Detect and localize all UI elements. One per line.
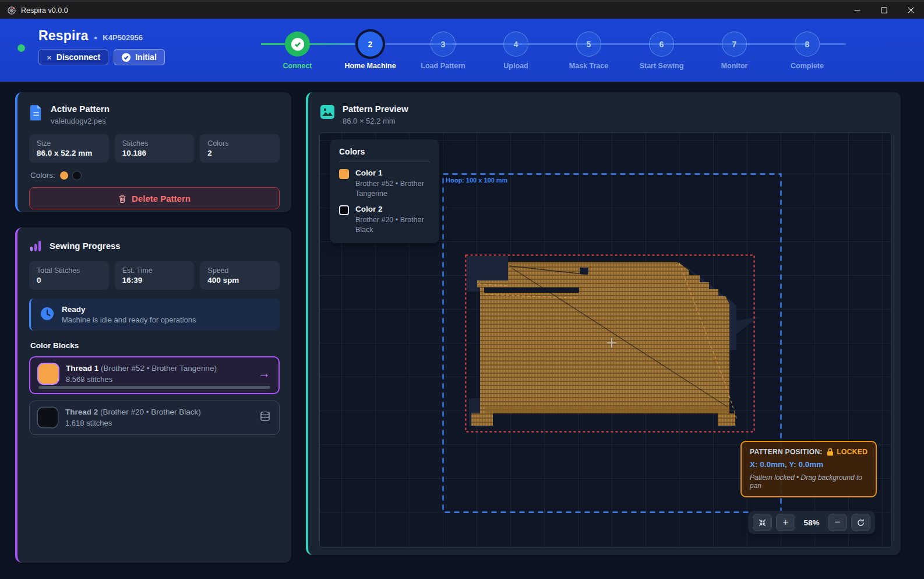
step-start-sewing[interactable]: 6 Start Sewing bbox=[625, 31, 698, 70]
stat-colors: Colors 2 bbox=[200, 134, 280, 163]
image-icon bbox=[320, 104, 335, 120]
position-coordinates: X: 0.0mm, Y: 0.0mm bbox=[750, 460, 867, 469]
pattern-preview-card: Pattern Preview 86.0 × 52.2 mm bbox=[306, 92, 901, 555]
stat-total-stitches: Total Stitches 0 bbox=[29, 261, 109, 290]
status-title: Ready bbox=[62, 305, 196, 314]
pattern-position-overlay: PATTERN POSITION: LOCKED X: 0.0mm, Y: 0.… bbox=[740, 441, 877, 497]
fit-view-button[interactable] bbox=[753, 514, 772, 531]
clock-icon bbox=[40, 306, 55, 321]
minimize-button[interactable] bbox=[844, 2, 870, 19]
zoom-toolbar: + 58% − bbox=[748, 511, 875, 534]
titlebar: Respira v0.0.0 bbox=[0, 0, 924, 19]
machine-serial: K4P502956 bbox=[103, 33, 143, 42]
sewing-progress-card: Sewing Progress Total Stitches 0 Est. Ti… bbox=[15, 227, 291, 563]
app-header: Respira • K4P502956 × Disconnect Initial bbox=[0, 19, 924, 82]
thread-progress-bar bbox=[38, 386, 270, 389]
delete-pattern-button[interactable]: Delete Pattern bbox=[29, 187, 280, 209]
initial-button[interactable]: Initial bbox=[114, 49, 165, 65]
stat-est-time: Est. Time 16:39 bbox=[115, 261, 195, 290]
pattern-filename: valetudogv2.pes bbox=[51, 117, 110, 125]
position-label: PATTERN POSITION: bbox=[750, 448, 823, 456]
thread-swatch bbox=[38, 364, 58, 384]
stat-stitches: Stitches 10.186 bbox=[115, 134, 195, 163]
position-hint: Pattern locked • Drag background to pan bbox=[750, 473, 867, 490]
color-swatch-black bbox=[73, 171, 81, 180]
check-icon bbox=[291, 38, 304, 51]
app-icon bbox=[7, 6, 16, 15]
stat-size: Size 86.0 x 52.2 mm bbox=[29, 134, 109, 163]
color-swatch-orange bbox=[60, 171, 68, 180]
pattern-dimensions: 86.0 × 52.2 mm bbox=[343, 117, 408, 125]
thread-block-1[interactable]: Thread 1 (Brother #52 • Brother Tangerin… bbox=[29, 356, 280, 394]
locked-status: LOCKED bbox=[837, 448, 867, 456]
workflow-stepper: Connect 2 Home Machine 3 Load Pattern 4 … bbox=[261, 31, 844, 70]
active-pattern-card: Active Pattern valetudogv2.pes Size 86.0… bbox=[15, 92, 291, 212]
file-icon bbox=[29, 104, 43, 121]
app-window: Respira v0.0.0 Respira • K4P502956 × bbox=[0, 0, 924, 579]
machine-status: Ready Machine is idle and ready for oper… bbox=[29, 299, 280, 331]
zoom-level: 58% bbox=[799, 518, 824, 527]
card-title: Sewing Progress bbox=[50, 241, 121, 251]
legend-item-color2: Color 2 Brother #20 • Brother Black bbox=[339, 205, 430, 235]
colors-legend: Colors Color 1 Brother #52 • Brother Tan… bbox=[330, 139, 439, 243]
preview-canvas[interactable]: Hoop: 100 x 100 mm Colors Color 1 Brothe… bbox=[319, 132, 892, 548]
step-complete[interactable]: 8 Complete bbox=[771, 31, 844, 70]
disconnect-label: Disconnect bbox=[57, 52, 100, 62]
zoom-in-button[interactable]: + bbox=[776, 514, 795, 531]
thread-block-2[interactable]: Thread 2 (Brother #20 • Brother Black) 1… bbox=[29, 401, 280, 435]
close-button[interactable] bbox=[897, 2, 924, 19]
step-mask-trace[interactable]: 5 Mask Trace bbox=[552, 31, 625, 70]
arrow-right-icon: → bbox=[258, 367, 270, 381]
window-title: Respira v0.0.0 bbox=[21, 6, 68, 15]
step-home-machine[interactable]: 2 Home Machine bbox=[334, 31, 407, 70]
legend-item-color1: Color 1 Brother #52 • Brother Tangerine bbox=[339, 169, 430, 199]
step-load-pattern[interactable]: 3 Load Pattern bbox=[407, 31, 479, 70]
brand-name: Respira bbox=[38, 28, 89, 44]
step-circle-done bbox=[285, 31, 310, 57]
status-text: Machine is idle and ready for operations bbox=[62, 315, 196, 324]
color2-swatch bbox=[339, 205, 349, 215]
colors-label: Colors: bbox=[30, 171, 55, 180]
disconnect-button[interactable]: × Disconnect bbox=[38, 49, 108, 65]
thread-swatch bbox=[38, 408, 58, 427]
color-blocks-label: Color Blocks bbox=[17, 331, 291, 350]
step-monitor[interactable]: 7 Monitor bbox=[698, 31, 771, 70]
trash-icon bbox=[118, 194, 126, 203]
hoop-size-label: Hoop: 100 x 100 mm bbox=[446, 177, 507, 184]
layers-icon bbox=[259, 410, 271, 424]
bullet-separator: • bbox=[94, 33, 97, 42]
zoom-out-button[interactable]: − bbox=[828, 514, 847, 531]
card-title: Pattern Preview bbox=[343, 104, 408, 114]
legend-title: Colors bbox=[339, 147, 430, 156]
reset-view-button[interactable] bbox=[851, 514, 870, 531]
step-upload[interactable]: 4 Upload bbox=[479, 31, 552, 70]
step-connect[interactable]: Connect bbox=[261, 31, 334, 70]
check-icon bbox=[122, 53, 131, 62]
color1-swatch bbox=[339, 169, 349, 179]
initial-label: Initial bbox=[135, 52, 157, 62]
maximize-button[interactable] bbox=[870, 2, 897, 19]
x-icon: × bbox=[47, 52, 52, 62]
card-title: Active Pattern bbox=[51, 104, 110, 114]
lock-icon bbox=[827, 448, 834, 456]
connection-status-dot bbox=[17, 44, 25, 52]
bar-chart-icon bbox=[29, 240, 42, 252]
stat-speed: Speed 400 spm bbox=[200, 261, 280, 290]
